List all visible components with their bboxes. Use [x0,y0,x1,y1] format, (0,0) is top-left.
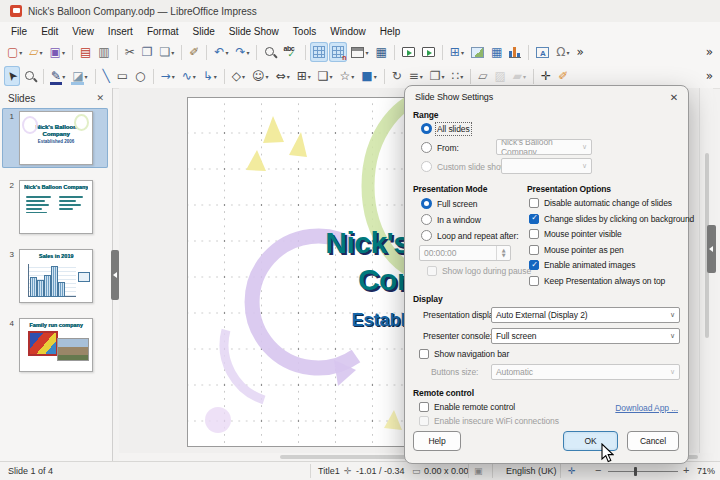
insert-textbox-icon[interactable] [533,42,552,62]
drawing-overflow-icon[interactable]: » [703,66,716,86]
ellipse-icon[interactable]: ○ [132,66,148,86]
dropdown-caret-icon[interactable]: ▾ [266,73,269,80]
radio-icon[interactable] [421,142,432,153]
checkbox-icon[interactable] [529,229,539,239]
symbol-shapes-icon[interactable]: ☺▾ [249,66,272,86]
slide-thumbnail-3[interactable]: 3Sales in 2019 [2,246,108,306]
option-mouse-pointer-visible[interactable]: Mouse pointer visible [529,229,622,239]
dropdown-caret-icon[interactable]: ▾ [19,49,22,56]
callout-shapes-icon[interactable]: ❑▾ [315,66,336,86]
redo-icon[interactable]: ↷▾ [232,42,252,62]
line-color-icon[interactable]: ✎▾ [48,66,68,86]
insert-line-icon[interactable]: ╲ [100,66,113,86]
dropdown-caret-icon[interactable]: ▾ [365,49,368,56]
3d-objects-icon[interactable]: ■▾ [358,66,379,86]
menu-edit[interactable]: Edit [34,24,65,39]
dropdown-caret-icon[interactable]: ▾ [442,73,445,80]
dropdown-caret-icon[interactable]: ▾ [40,49,43,56]
display-grid-icon[interactable] [310,42,328,62]
dropdown-caret-icon[interactable]: ▾ [461,49,464,56]
dropdown-caret-icon[interactable]: ▾ [351,73,354,80]
arrange-objects-icon[interactable]: ❐▾ [427,66,448,86]
cancel-button[interactable]: Cancel [627,431,679,451]
checkbox-icon[interactable] [529,276,539,286]
lines-and-arrows-icon[interactable]: →▾ [158,66,178,86]
slide-thumbnail-1[interactable]: 1Nick's Balloon CompanyEstablished 2006 [2,108,108,168]
start-from-first-slide-icon[interactable] [399,42,418,62]
presentation-display-dropdown[interactable]: Auto External (Display 2)∨ [491,307,680,323]
menu-file[interactable]: File [4,24,34,39]
insert-image-icon[interactable] [468,42,487,62]
block-arrows-icon[interactable]: ⇔▾ [273,66,293,86]
radio-icon[interactable] [421,230,432,241]
dropdown-caret-icon[interactable]: ▾ [566,49,569,56]
option-mouse-pointer-as-pen[interactable]: Mouse pointer as pen [529,245,624,255]
loop-and-repeat-radio[interactable]: Loop and repeat after: [421,230,518,241]
star-shapes-icon[interactable]: ☆▾ [337,66,358,86]
zoom-slider[interactable] [608,471,678,472]
start-from-current-slide-icon[interactable] [419,42,438,62]
language-status[interactable]: English (UK) [506,466,557,476]
rotate-icon[interactable]: ↻ [389,66,405,86]
dropdown-caret-icon[interactable]: ▾ [62,49,65,56]
option-change-slides-by-clicking-on-background[interactable]: Change slides by clicking on background [529,214,694,224]
enable-remote-control-checkbox[interactable]: Enable remote control [419,402,515,412]
menu-window[interactable]: Window [323,24,373,39]
shadow-icon[interactable]: ▱ [475,66,490,86]
insert-media-icon[interactable]: ▦ [488,42,505,62]
print-icon[interactable]: ▥ [95,42,112,62]
dropdown-caret-icon[interactable]: ▾ [287,73,290,80]
presenter-console-dropdown[interactable]: Full screen∨ [491,328,680,344]
dropdown-caret-icon[interactable]: ▾ [246,49,249,56]
dropdown-caret-icon[interactable]: ▾ [62,73,65,80]
rectangle-icon[interactable]: ▭ [114,66,131,86]
show-navigation-bar-checkbox[interactable]: Show navigation bar [419,349,509,359]
copy-icon[interactable]: ❐ [139,42,156,62]
slide-thumbnail-2[interactable]: 2Nick's Balloon Company [2,177,108,237]
menu-view[interactable]: View [65,24,101,39]
dropdown-caret-icon[interactable]: ▾ [242,73,245,80]
all-slides-radio[interactable]: All slides [421,123,470,134]
option-enable-animated-images[interactable]: Enable animated images [529,260,635,270]
zoom-slider-thumb[interactable] [634,467,637,476]
distribute-selection-icon[interactable]: ∷▾ [449,66,467,86]
dropdown-caret-icon[interactable]: ▾ [523,73,526,80]
glue-points-icon[interactable]: ✛ [538,66,554,86]
toolbar-overflow-end-icon[interactable]: » [703,42,716,62]
radio-icon[interactable] [421,198,432,209]
dropdown-caret-icon[interactable]: ▾ [225,49,228,56]
checkbox-icon[interactable] [529,198,539,208]
zoom-out-button[interactable]: − [595,464,601,476]
menu-format[interactable]: Format [140,24,186,39]
toolbar-overflow-icon[interactable]: » [573,42,586,62]
from-slide-dropdown[interactable]: Nick's Balloon Company∨ [496,139,592,155]
display-views-icon[interactable]: ▾ [348,42,371,62]
radio-icon[interactable] [421,214,432,225]
menu-tools[interactable]: Tools [286,24,323,39]
zoom-pan-icon[interactable] [21,66,39,86]
find-and-replace-icon[interactable] [261,42,279,62]
fill-color-icon[interactable]: ◪▾ [69,66,90,86]
crop-shear-icon[interactable]: ▰▾ [510,66,529,86]
menu-slide-show[interactable]: Slide Show [222,24,286,39]
custom-slide-show-radio[interactable]: Custom slide show: [421,161,509,172]
close-icon[interactable]: ✕ [96,93,104,103]
image-filter-icon[interactable]: ▨ [491,66,508,86]
spelling-check-icon[interactable] [280,42,301,62]
dropdown-caret-icon[interactable]: ▾ [374,73,377,80]
insert-table-icon[interactable]: ⊞▾ [447,42,467,62]
zoom-in-button[interactable]: + [683,464,689,476]
select-tool-icon[interactable]: ➤ [4,66,20,86]
radio-icon[interactable] [421,123,432,134]
option-disable-automatic-change-of-slides[interactable]: Disable automatic change of slides [529,198,672,208]
open-folder-icon[interactable]: ▱▾ [26,42,45,62]
undo-icon[interactable]: ↶▾ [211,42,231,62]
dropdown-caret-icon[interactable]: ▾ [330,73,333,80]
paste-icon[interactable]: ❏▾ [156,42,177,62]
snap-to-grid-icon[interactable] [329,42,347,62]
checkbox-icon[interactable] [419,402,429,412]
new-document-icon[interactable]: ▢▾ [4,42,25,62]
flowchart-shapes-icon[interactable]: ⊞▾ [294,66,314,86]
align-objects-icon[interactable]: ≡▾ [406,66,426,86]
full-screen-radio[interactable]: Full screen [421,198,477,209]
